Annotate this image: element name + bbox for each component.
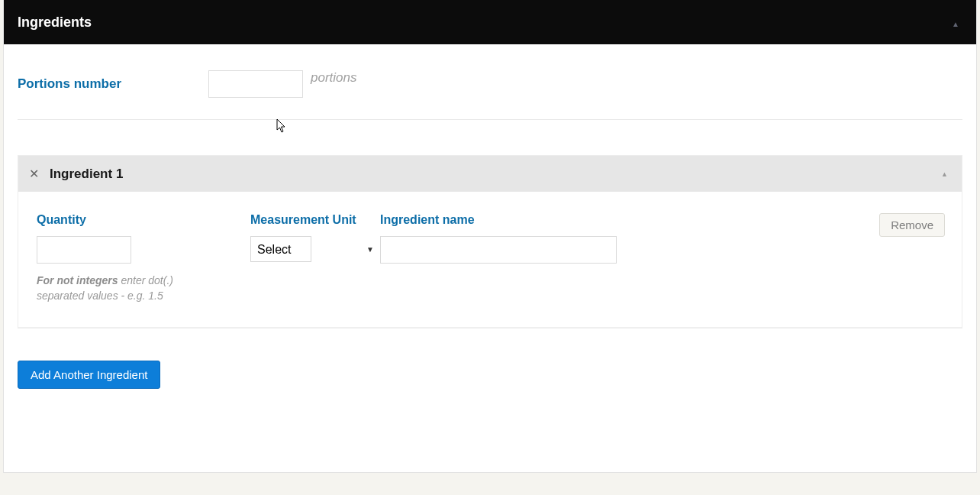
portions-input[interactable] xyxy=(208,70,303,98)
collapse-ingredient-icon[interactable]: ▲ xyxy=(941,170,948,178)
portions-suffix: portions xyxy=(311,70,356,86)
remove-button[interactable]: Remove xyxy=(879,213,945,237)
ingredient-header-title: Ingredient 1 xyxy=(50,167,123,182)
quantity-hint-strong: For not integers xyxy=(37,274,118,286)
divider xyxy=(18,119,962,120)
unit-label: Measurement Unit xyxy=(250,213,380,227)
quantity-column: Quantity For not integers enter dot(.) s… xyxy=(37,213,250,304)
unit-column: Measurement Unit Select ▼ xyxy=(250,213,380,304)
quantity-label: Quantity xyxy=(37,213,250,227)
add-ingredient-button[interactable]: Add Another Ingredient xyxy=(18,361,160,389)
panel-header[interactable]: Ingredients ▲ xyxy=(4,0,976,44)
close-icon[interactable]: ✕ xyxy=(29,167,39,181)
unit-select-wrap: Select ▼ xyxy=(250,236,380,262)
panel-title: Ingredients xyxy=(18,15,92,31)
panel-body: Portions number portions ✕ Ingredient 1 … xyxy=(4,44,976,389)
portions-label: Portions number xyxy=(18,76,208,92)
ingredient-name-input[interactable] xyxy=(380,236,617,264)
ingredient-block: ✕ Ingredient 1 ▲ Quantity For not intege… xyxy=(18,155,962,328)
name-column: Ingredient name xyxy=(380,213,853,304)
chevron-down-icon: ▼ xyxy=(366,245,374,254)
collapse-icon[interactable]: ▲ xyxy=(952,20,959,28)
name-label: Ingredient name xyxy=(380,213,853,227)
portions-row: Portions number portions xyxy=(18,70,962,98)
quantity-hint: For not integers enter dot(.) separated … xyxy=(37,273,212,304)
remove-column: Remove xyxy=(853,213,945,304)
unit-select[interactable]: Select xyxy=(250,236,311,262)
ingredient-header[interactable]: ✕ Ingredient 1 ▲ xyxy=(18,156,962,192)
ingredient-body: Quantity For not integers enter dot(.) s… xyxy=(18,192,962,328)
quantity-input[interactable] xyxy=(37,236,131,264)
ingredients-panel: Ingredients ▲ Portions number portions ✕… xyxy=(3,0,977,473)
